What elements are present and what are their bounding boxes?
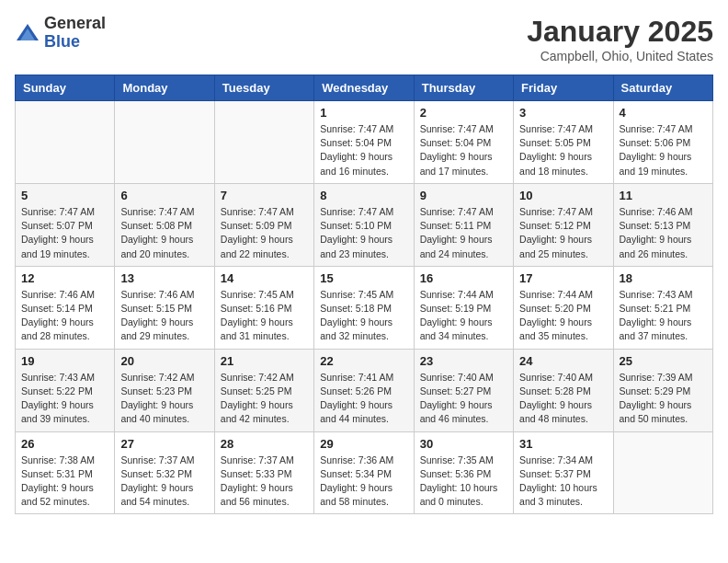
day-info: Sunrise: 7:42 AMSunset: 5:25 PMDaylight:… xyxy=(221,371,308,427)
day-number: 23 xyxy=(420,354,507,368)
calendar-cell: 24Sunrise: 7:40 AMSunset: 5:28 PMDayligh… xyxy=(514,349,613,431)
day-info: Sunrise: 7:44 AMSunset: 5:19 PMDaylight:… xyxy=(420,288,507,344)
calendar-cell: 14Sunrise: 7:45 AMSunset: 5:16 PMDayligh… xyxy=(214,266,313,349)
calendar-cell xyxy=(16,101,115,184)
calendar-cell: 12Sunrise: 7:46 AMSunset: 5:14 PMDayligh… xyxy=(16,266,115,349)
logo-icon xyxy=(15,20,40,46)
day-info: Sunrise: 7:45 AMSunset: 5:18 PMDaylight:… xyxy=(320,288,407,344)
calendar-cell: 13Sunrise: 7:46 AMSunset: 5:15 PMDayligh… xyxy=(115,266,214,349)
day-info: Sunrise: 7:40 AMSunset: 5:27 PMDaylight:… xyxy=(420,371,507,427)
calendar-cell: 22Sunrise: 7:41 AMSunset: 5:26 PMDayligh… xyxy=(314,349,414,431)
calendar-week-row: 12Sunrise: 7:46 AMSunset: 5:14 PMDayligh… xyxy=(16,266,713,349)
calendar-cell: 16Sunrise: 7:44 AMSunset: 5:19 PMDayligh… xyxy=(414,266,513,349)
day-info: Sunrise: 7:40 AMSunset: 5:28 PMDaylight:… xyxy=(519,371,607,427)
calendar-cell: 15Sunrise: 7:45 AMSunset: 5:18 PMDayligh… xyxy=(314,266,414,349)
day-number: 24 xyxy=(519,354,607,368)
day-info: Sunrise: 7:43 AMSunset: 5:22 PMDaylight:… xyxy=(21,371,108,427)
calendar-cell: 31Sunrise: 7:34 AMSunset: 5:37 PMDayligh… xyxy=(514,431,613,514)
logo-general: General xyxy=(44,14,106,32)
day-number: 14 xyxy=(221,271,308,285)
calendar-table: SundayMondayTuesdayWednesdayThursdayFrid… xyxy=(15,75,713,514)
day-info: Sunrise: 7:46 AMSunset: 5:15 PMDaylight:… xyxy=(120,288,208,344)
day-info: Sunrise: 7:43 AMSunset: 5:21 PMDaylight:… xyxy=(620,288,707,344)
logo-blue: Blue xyxy=(44,32,80,51)
day-info: Sunrise: 7:47 AMSunset: 5:05 PMDaylight:… xyxy=(519,122,607,178)
calendar-cell: 3Sunrise: 7:47 AMSunset: 5:05 PMDaylight… xyxy=(514,101,613,184)
day-number: 6 xyxy=(120,189,208,202)
calendar-cell xyxy=(214,101,313,184)
weekday-header: Friday xyxy=(514,75,613,101)
day-number: 20 xyxy=(120,354,208,368)
day-number: 11 xyxy=(620,189,707,202)
day-number: 7 xyxy=(221,189,308,202)
day-info: Sunrise: 7:41 AMSunset: 5:26 PMDaylight:… xyxy=(320,371,407,427)
day-number: 3 xyxy=(519,106,607,120)
day-number: 17 xyxy=(519,271,607,285)
calendar-cell: 1Sunrise: 7:47 AMSunset: 5:04 PMDaylight… xyxy=(314,101,414,184)
day-number: 4 xyxy=(620,106,707,120)
calendar-cell: 21Sunrise: 7:42 AMSunset: 5:25 PMDayligh… xyxy=(214,349,313,431)
day-info: Sunrise: 7:42 AMSunset: 5:23 PMDaylight:… xyxy=(120,371,208,427)
day-info: Sunrise: 7:47 AMSunset: 5:11 PMDaylight:… xyxy=(420,205,507,261)
day-info: Sunrise: 7:47 AMSunset: 5:08 PMDaylight:… xyxy=(120,205,208,261)
calendar-cell: 4Sunrise: 7:47 AMSunset: 5:06 PMDaylight… xyxy=(613,101,712,184)
day-info: Sunrise: 7:46 AMSunset: 5:14 PMDaylight:… xyxy=(21,288,108,344)
weekday-header-row: SundayMondayTuesdayWednesdayThursdayFrid… xyxy=(16,75,713,101)
day-info: Sunrise: 7:47 AMSunset: 5:07 PMDaylight:… xyxy=(21,205,108,261)
day-number: 9 xyxy=(420,189,507,202)
day-info: Sunrise: 7:47 AMSunset: 5:06 PMDaylight:… xyxy=(620,122,707,178)
day-info: Sunrise: 7:37 AMSunset: 5:32 PMDaylight:… xyxy=(120,454,208,510)
day-number: 19 xyxy=(21,354,108,368)
calendar-cell: 19Sunrise: 7:43 AMSunset: 5:22 PMDayligh… xyxy=(16,349,115,431)
day-info: Sunrise: 7:47 AMSunset: 5:04 PMDaylight:… xyxy=(320,122,407,178)
weekday-header: Wednesday xyxy=(314,75,414,101)
day-number: 28 xyxy=(221,437,308,451)
day-info: Sunrise: 7:39 AMSunset: 5:29 PMDaylight:… xyxy=(620,371,707,427)
calendar-cell: 7Sunrise: 7:47 AMSunset: 5:09 PMDaylight… xyxy=(214,183,313,266)
day-number: 10 xyxy=(519,189,607,202)
day-info: Sunrise: 7:37 AMSunset: 5:33 PMDaylight:… xyxy=(221,454,308,510)
day-number: 2 xyxy=(420,106,507,120)
calendar-week-row: 26Sunrise: 7:38 AMSunset: 5:31 PMDayligh… xyxy=(16,431,713,514)
logo: General Blue xyxy=(15,15,106,52)
day-number: 27 xyxy=(120,437,208,451)
calendar-cell: 8Sunrise: 7:47 AMSunset: 5:10 PMDaylight… xyxy=(314,183,414,266)
day-info: Sunrise: 7:34 AMSunset: 5:37 PMDaylight:… xyxy=(519,454,607,510)
day-number: 18 xyxy=(620,271,707,285)
calendar-cell: 25Sunrise: 7:39 AMSunset: 5:29 PMDayligh… xyxy=(613,349,712,431)
calendar-cell: 10Sunrise: 7:47 AMSunset: 5:12 PMDayligh… xyxy=(514,183,613,266)
calendar-week-row: 19Sunrise: 7:43 AMSunset: 5:22 PMDayligh… xyxy=(16,349,713,431)
calendar-cell xyxy=(115,101,214,184)
title-block: January 2025 Campbell, Ohio, United Stat… xyxy=(527,15,713,63)
weekday-header: Sunday xyxy=(16,75,115,101)
month-title: January 2025 xyxy=(527,15,713,49)
day-number: 26 xyxy=(21,437,108,451)
day-number: 1 xyxy=(320,106,407,120)
day-number: 29 xyxy=(320,437,407,451)
day-number: 22 xyxy=(320,354,407,368)
calendar-cell: 18Sunrise: 7:43 AMSunset: 5:21 PMDayligh… xyxy=(613,266,712,349)
calendar-cell: 17Sunrise: 7:44 AMSunset: 5:20 PMDayligh… xyxy=(514,266,613,349)
calendar-cell: 23Sunrise: 7:40 AMSunset: 5:27 PMDayligh… xyxy=(414,349,513,431)
day-info: Sunrise: 7:36 AMSunset: 5:34 PMDaylight:… xyxy=(320,454,407,510)
day-number: 25 xyxy=(620,354,707,368)
calendar-cell: 29Sunrise: 7:36 AMSunset: 5:34 PMDayligh… xyxy=(314,431,414,514)
page-header: General Blue January 2025 Campbell, Ohio… xyxy=(15,15,713,63)
calendar-cell: 28Sunrise: 7:37 AMSunset: 5:33 PMDayligh… xyxy=(214,431,313,514)
day-info: Sunrise: 7:46 AMSunset: 5:13 PMDaylight:… xyxy=(620,205,707,261)
weekday-header: Tuesday xyxy=(214,75,313,101)
calendar-cell: 9Sunrise: 7:47 AMSunset: 5:11 PMDaylight… xyxy=(414,183,513,266)
calendar-week-row: 5Sunrise: 7:47 AMSunset: 5:07 PMDaylight… xyxy=(16,183,713,266)
logo-text: General Blue xyxy=(44,15,106,52)
day-number: 16 xyxy=(420,271,507,285)
day-info: Sunrise: 7:45 AMSunset: 5:16 PMDaylight:… xyxy=(221,288,308,344)
calendar-cell: 5Sunrise: 7:47 AMSunset: 5:07 PMDaylight… xyxy=(16,183,115,266)
calendar-cell: 30Sunrise: 7:35 AMSunset: 5:36 PMDayligh… xyxy=(414,431,513,514)
day-number: 21 xyxy=(221,354,308,368)
location: Campbell, Ohio, United States xyxy=(527,49,713,63)
calendar-cell: 2Sunrise: 7:47 AMSunset: 5:04 PMDaylight… xyxy=(414,101,513,184)
day-number: 30 xyxy=(420,437,507,451)
day-info: Sunrise: 7:44 AMSunset: 5:20 PMDaylight:… xyxy=(519,288,607,344)
day-number: 13 xyxy=(120,271,208,285)
weekday-header: Saturday xyxy=(613,75,712,101)
